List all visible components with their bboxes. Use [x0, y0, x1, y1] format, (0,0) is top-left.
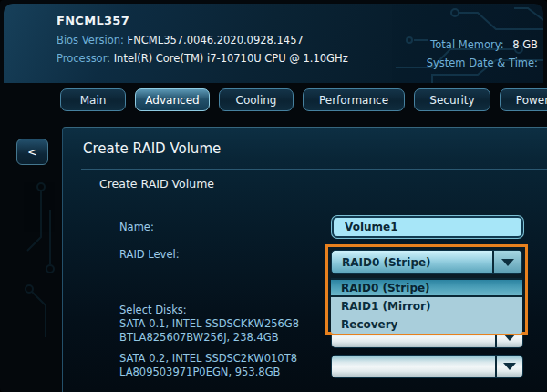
- disk-2-dropdown[interactable]: [331, 355, 523, 378]
- datetime-label: System Date & Time:: [427, 57, 538, 69]
- content-panel: Create RAID Volume Create RAID Volume Na…: [62, 127, 547, 392]
- bios-version-row: Bios Version: FNCML357.0046.2020.0928.14…: [57, 34, 304, 46]
- raid-option-raid1-mirror[interactable]: RAID1 (Mirror): [331, 297, 522, 315]
- disk-1-line1: SATA 0.1, INTEL SSDSCKKW256G8: [119, 317, 299, 331]
- raid-level-label: RAID Level:: [119, 248, 180, 261]
- volume-name-input[interactable]: [332, 216, 523, 238]
- disk-2-description: SATA 0.2, INTEL SSDSC2KW010T8 LA80950397…: [119, 352, 297, 379]
- disk-1-description: SATA 0.1, INTEL SSDSCKKW256G8 BTLA825607…: [119, 317, 299, 345]
- tab-cooling[interactable]: Cooling: [219, 88, 294, 111]
- raid-level-dropdown-arrow-button[interactable]: [494, 251, 521, 273]
- page-subtitle: Create RAID Volume: [99, 177, 214, 191]
- name-label: Name:: [119, 221, 154, 233]
- processor-value: Intel(R) Core(TM) i7-10710U CPU @ 1.10GH…: [114, 52, 348, 65]
- disk-2-line1: SATA 0.2, INTEL SSDSC2KW010T8: [119, 352, 297, 366]
- disk-2-selected-value: [332, 356, 495, 377]
- tab-power[interactable]: Power: [500, 88, 547, 111]
- tab-security[interactable]: Security: [414, 88, 490, 111]
- total-memory-value: 8 GB: [512, 38, 538, 51]
- total-memory-label: Total Memory:: [430, 38, 503, 51]
- chevron-down-icon: [503, 334, 516, 341]
- header: FNCML357 Bios Version: FNCML357.0046.202…: [4, 4, 543, 83]
- tab-performance[interactable]: Performance: [303, 88, 405, 111]
- bios-version-value: FNCML357.0046.2020.0928.1457: [128, 34, 304, 46]
- processor-label: Processor:: [57, 52, 110, 65]
- bios-screen: FNCML357 Bios Version: FNCML357.0046.202…: [0, 0, 547, 392]
- tab-main[interactable]: Main: [60, 88, 126, 111]
- chevron-down-icon: [503, 363, 516, 370]
- bios-version-label: Bios Version:: [57, 34, 124, 46]
- page-title: Create RAID Volume: [83, 140, 221, 157]
- tab-bar: Main Advanced Cooling Performance Securi…: [60, 88, 547, 111]
- processor-row: Processor: Intel(R) Core(TM) i7-10710U C…: [57, 52, 348, 65]
- raid-level-selected-value: RAID0 (Stripe): [332, 251, 492, 273]
- disk-2-dropdown-arrow-button[interactable]: [497, 356, 522, 377]
- tab-advanced[interactable]: Advanced: [135, 88, 210, 111]
- total-memory-row: Total Memory: 8 GB: [427, 36, 538, 54]
- disk-2-line2: LA809503971P0EGN, 953.8GB: [119, 366, 297, 379]
- select-disks-label: Select Disks:: [119, 304, 187, 316]
- back-button[interactable]: <: [16, 139, 48, 165]
- board-title: FNCML357: [57, 14, 129, 27]
- datetime-row: System Date & Time:: [427, 54, 538, 72]
- raid-option-recovery[interactable]: Recovery: [331, 315, 522, 334]
- disk-1-line2: BTLA825607BW256J, 238.4GB: [119, 331, 299, 345]
- chevron-down-icon: [501, 259, 514, 266]
- raid-option-raid0-stripe[interactable]: RAID0 (Stripe): [331, 278, 522, 297]
- raid-level-option-list: RAID0 (Stripe) RAID1 (Mirror) Recovery: [331, 278, 522, 334]
- raid-level-dropdown-group: RAID0 (Stripe) RAID0 (Stripe) RAID1 (Mir…: [325, 244, 528, 335]
- system-info: Total Memory: 8 GB System Date & Time:: [427, 36, 538, 72]
- raid-level-dropdown[interactable]: RAID0 (Stripe): [331, 250, 522, 274]
- title-separator: [81, 169, 547, 170]
